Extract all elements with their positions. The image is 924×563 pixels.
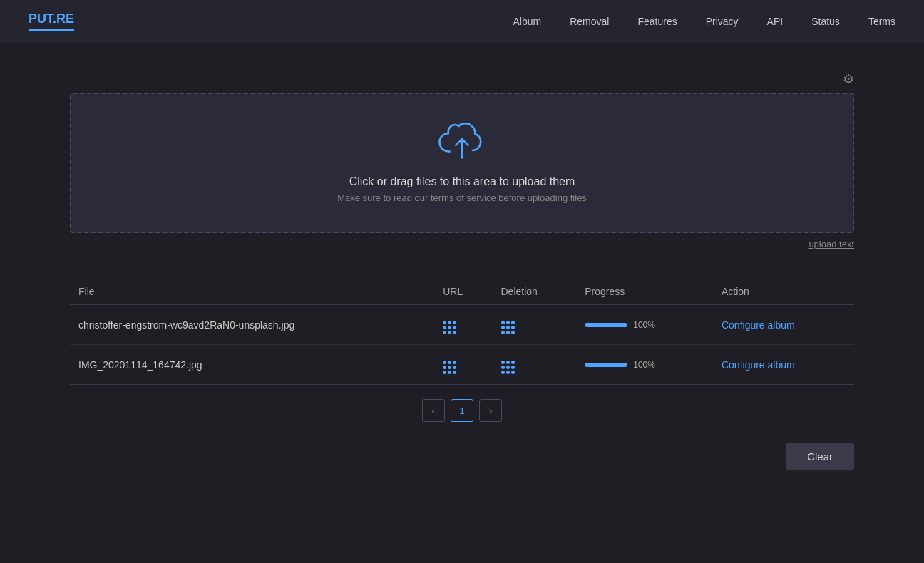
- deletion-copy-icon-2[interactable]: [501, 361, 515, 374]
- table-header: File URL Deletion Progress Action: [70, 279, 854, 305]
- gear-icon[interactable]: ⚙: [843, 71, 854, 87]
- nav-link-status[interactable]: Status: [811, 16, 840, 27]
- upload-title: Click or drag files to this area to uplo…: [349, 175, 575, 188]
- divider: [70, 264, 854, 264]
- col-url: URL: [434, 279, 492, 305]
- deletion-copy-1[interactable]: [493, 305, 577, 345]
- col-action: Action: [713, 279, 854, 305]
- table-body: christoffer-engstrom-wc9avd2RaN0-unsplas…: [70, 305, 854, 385]
- settings-row: ⚙: [70, 71, 854, 87]
- progress-cell-1: 100%: [576, 305, 713, 345]
- url-copy-icon-2[interactable]: [443, 361, 456, 374]
- pagination: ‹ 1 ›: [70, 399, 854, 422]
- nav-link-api[interactable]: API: [767, 16, 784, 27]
- col-progress: Progress: [576, 279, 713, 305]
- progress-bar-1: [585, 323, 627, 327]
- url-copy-1[interactable]: [434, 305, 492, 345]
- nav-link-removal[interactable]: Removal: [570, 16, 609, 27]
- upload-text-row: upload text: [70, 239, 854, 249]
- table-row: IMG_20201114_164742.jpg: [70, 345, 854, 385]
- upload-dropzone[interactable]: Click or drag files to this area to uplo…: [70, 93, 854, 233]
- upload-cloud-icon: [437, 123, 487, 164]
- col-file: File: [70, 279, 434, 305]
- table-row: christoffer-engstrom-wc9avd2RaN0-unsplas…: [70, 305, 854, 345]
- action-cell-1: Configure album: [713, 305, 854, 345]
- navbar: PUT.RE Album Removal Features Privacy AP…: [0, 0, 924, 43]
- progress-cell-2: 100%: [576, 345, 713, 385]
- main-content: ⚙ Click or drag files to this area to up…: [34, 43, 890, 498]
- file-table: File URL Deletion Progress Action christ…: [70, 279, 854, 385]
- nav-link-album[interactable]: Album: [513, 16, 542, 27]
- current-page-button[interactable]: 1: [451, 399, 473, 422]
- configure-album-link-2[interactable]: Configure album: [722, 359, 795, 371]
- prev-page-button[interactable]: ‹: [422, 399, 445, 422]
- progress-text-2: 100%: [633, 360, 655, 370]
- deletion-copy-2[interactable]: [493, 345, 577, 385]
- clear-button[interactable]: Clear: [786, 443, 854, 470]
- nav-link-privacy[interactable]: Privacy: [706, 16, 739, 27]
- file-name-2: IMG_20201114_164742.jpg: [70, 345, 434, 385]
- next-page-button[interactable]: ›: [479, 399, 502, 422]
- action-cell-2: Configure album: [713, 345, 854, 385]
- upload-subtitle: Make sure to read our terms of service b…: [337, 192, 587, 203]
- deletion-copy-icon-1[interactable]: [501, 321, 515, 334]
- nav-link-terms[interactable]: Terms: [868, 16, 895, 27]
- progress-bar-2: [585, 363, 627, 367]
- site-logo[interactable]: PUT.RE: [29, 11, 74, 31]
- upload-text-link[interactable]: upload text: [808, 239, 854, 249]
- progress-text-1: 100%: [633, 320, 655, 330]
- url-copy-icon-1[interactable]: [443, 321, 456, 334]
- file-name-1: christoffer-engstrom-wc9avd2RaN0-unsplas…: [70, 305, 434, 345]
- bottom-row: Clear: [70, 443, 854, 470]
- url-copy-2[interactable]: [434, 345, 492, 385]
- nav-links: Album Removal Features Privacy API Statu…: [513, 16, 896, 27]
- col-deletion: Deletion: [493, 279, 577, 305]
- configure-album-link-1[interactable]: Configure album: [722, 319, 795, 331]
- nav-link-features[interactable]: Features: [637, 16, 677, 27]
